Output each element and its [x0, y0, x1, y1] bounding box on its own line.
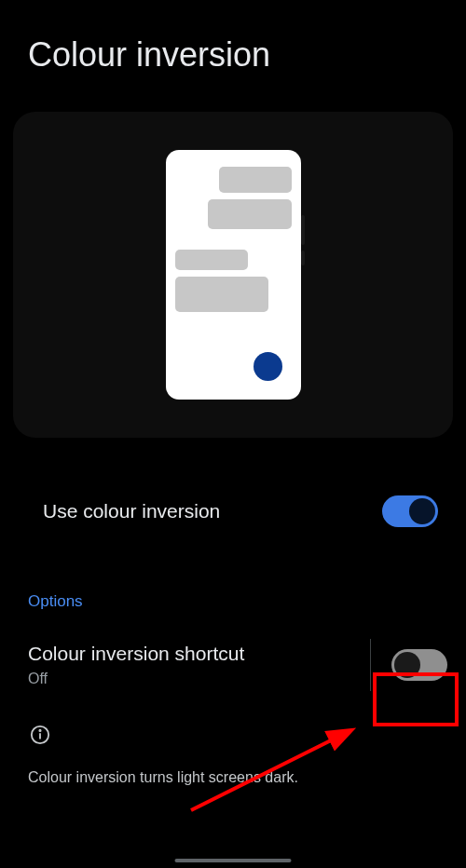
use-colour-inversion-label: Use colour inversion [43, 500, 220, 522]
phone-side-button-small [301, 251, 305, 265]
svg-point-2 [39, 730, 40, 731]
toggle-thumb [409, 498, 435, 524]
use-colour-inversion-row[interactable]: Use colour inversion [0, 456, 466, 546]
phone-side-button [301, 215, 305, 245]
page-title: Colour inversion [0, 0, 466, 93]
phone-mockup [166, 150, 301, 400]
chat-bubble [175, 250, 248, 270]
info-row [0, 698, 466, 753]
info-icon [30, 725, 50, 745]
preview-illustration [13, 112, 453, 438]
use-colour-inversion-toggle[interactable] [382, 495, 438, 527]
chat-bubble [219, 167, 292, 193]
shortcut-title: Colour inversion shortcut [28, 643, 244, 665]
divider [370, 639, 371, 691]
toggle-thumb [394, 652, 420, 678]
shortcut-toggle[interactable] [391, 649, 447, 681]
colour-inversion-shortcut-row[interactable]: Colour inversion shortcut Off [0, 628, 466, 698]
phone-fab-icon [254, 352, 282, 381]
chat-bubble [175, 277, 268, 312]
footer-description: Colour inversion turns light screens dar… [0, 753, 466, 790]
options-section-header: Options [0, 546, 466, 628]
chat-bubble [208, 199, 292, 229]
navigation-bar-indicator[interactable] [175, 859, 292, 862]
shortcut-status: Off [28, 671, 244, 687]
